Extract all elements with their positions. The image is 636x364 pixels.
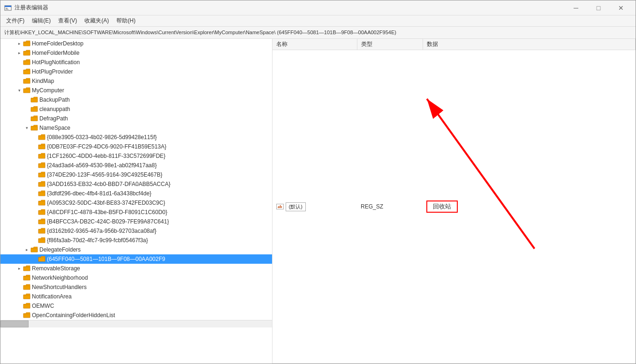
svg-rect-23 (38, 220, 45, 224)
tree-item[interactable]: HotPlugNotification (0, 58, 272, 67)
tree-label: HotPlugNotification (32, 59, 80, 66)
tree-label: {3dfdf296-dbec-4fb4-81d1-6a3438bcf4de} (47, 190, 151, 197)
maximize-button[interactable]: □ (588, 1, 609, 15)
tree-label: DefragPath (39, 115, 68, 122)
tree-item[interactable]: ▸ HomeFolderMobile (0, 48, 272, 58)
app-icon (4, 4, 12, 12)
tree-label: NameSpace (39, 125, 70, 131)
col-type[interactable]: 类型 (357, 39, 423, 50)
tree-panel[interactable]: ▸ HomeFolderDesktop▸ HomeFolderMobile Ho… (0, 39, 273, 364)
tree-item[interactable]: NewShortcutHandlers (0, 282, 272, 292)
tree-label: {3ADD1653-EB32-4cb0-BBD7-DFA0ABB5ACCA} (47, 181, 170, 187)
tree-hscrollbar[interactable] (0, 320, 272, 327)
tree-item[interactable]: {374DE290-123F-4565-9164-39C4925E467B} (0, 170, 272, 179)
tree-item[interactable]: ▸ DelegateFolders (0, 245, 272, 254)
minimize-button[interactable]: ─ (565, 1, 587, 15)
tree-item[interactable]: {d3162b92-9365-467a-956b-92703aca08af} (0, 226, 272, 236)
tree-label: {1CF1260C-4DD0-4ebb-811F-33C572699FDE} (47, 153, 166, 159)
svg-rect-2 (6, 8, 8, 8)
svg-rect-21 (38, 201, 45, 205)
menu-favorites[interactable]: 收藏夹(A) (81, 16, 113, 26)
tree-label: OEMWC (32, 303, 54, 309)
tree-item[interactable]: cleanuppath (0, 104, 272, 114)
menu-help[interactable]: 帮助(H) (113, 16, 139, 26)
col-name[interactable]: 名称 (273, 39, 357, 50)
tree-item[interactable]: {A0953C92-50DC-43bf-BE83-3742FED03C9C} (0, 198, 272, 208)
title-bar: 注册表编辑器 ─ □ ✕ (0, 0, 636, 15)
tree-label: RemovableStorage (32, 265, 80, 272)
tree-item[interactable]: HotPlugProvider (0, 67, 272, 76)
tree-item[interactable]: {1CF1260C-4DD0-4ebb-811F-33C572699FDE} (0, 151, 272, 161)
tree-item[interactable]: ▸ HomeFolderDesktop (0, 39, 272, 48)
menu-view[interactable]: 查看(V) (54, 16, 81, 26)
tree-item[interactable]: ▾ NameSpace (0, 123, 272, 133)
right-panel: 名称 类型 数据 ab (默认) REG_SZ (273, 39, 636, 364)
tree-label: {088e3905-0323-4b02-9826-5d99428e115f} (47, 134, 157, 141)
svg-rect-33 (23, 314, 30, 318)
tree-expander[interactable]: ▸ (23, 247, 30, 252)
registry-table: 名称 类型 数据 ab (默认) REG_SZ (273, 39, 636, 364)
tree-expander[interactable]: ▸ (15, 266, 23, 271)
tree-item[interactable]: OpenContainingFolderHiddenList (0, 311, 272, 320)
address-bar: 计算机\HKEY_LOCAL_MACHINE\SOFTWARE\Microsof… (0, 27, 636, 39)
tree-item[interactable]: BackupPath (0, 95, 272, 104)
svg-rect-27 (38, 258, 45, 261)
menu-file[interactable]: 文件(F) (2, 16, 28, 26)
tree-label: NotificationArea (32, 293, 72, 300)
tree-item[interactable]: DefragPath (0, 114, 272, 123)
tree-label: {374DE290-123F-4565-9164-39C4925E467B} (47, 171, 162, 178)
tree-item[interactable]: {24ad3ad4-a569-4530-98e1-ab02f9417aa8} (0, 161, 272, 170)
tree-label: HomeFolderDesktop (32, 40, 83, 47)
svg-rect-18 (38, 173, 45, 177)
tree-item[interactable]: NetworkNeighborhood (0, 273, 272, 282)
tree-item[interactable]: NotificationArea (0, 292, 272, 301)
svg-rect-11 (31, 108, 38, 111)
tree-label: HotPlugProvider (32, 68, 73, 75)
svg-rect-26 (31, 248, 38, 252)
tree-expander[interactable]: ▸ (15, 41, 23, 46)
col-data[interactable]: 数据 (423, 39, 636, 50)
tree-item[interactable]: {3dfdf296-dbec-4fb4-81d1-6a3438bcf4de} (0, 189, 272, 198)
svg-rect-25 (38, 239, 45, 243)
tree-item[interactable]: {0DB7E03F-FC29-4DC6-9020-FF41B59E513A} (0, 142, 272, 151)
tree-item[interactable]: (645FF040—5081—101B—9F08—00AA002F9 (0, 254, 272, 264)
svg-rect-17 (38, 164, 45, 168)
close-button[interactable]: ✕ (610, 1, 632, 15)
svg-rect-8 (23, 80, 30, 83)
svg-rect-1 (5, 6, 11, 7)
tree-item[interactable]: ▾ MyComputer (0, 86, 272, 95)
tree-hscrollbar-thumb[interactable] (0, 320, 29, 327)
row-data-cell: 回收站 (423, 50, 636, 364)
window-title: 注册表编辑器 (15, 4, 48, 12)
tree-item[interactable]: {f86fa3ab-70d2-4fc7-9c99-fcbf05467f3a} (0, 236, 272, 245)
address-path: 计算机\HKEY_LOCAL_MACHINE\SOFTWARE\Microsof… (4, 29, 396, 36)
tree-label: NewShortcutHandlers (32, 284, 87, 290)
svg-rect-7 (23, 70, 30, 74)
tree-expander[interactable]: ▸ (15, 51, 23, 55)
tree-label: DelegateFolders (39, 246, 81, 253)
tree-item[interactable]: OEMWC (0, 301, 272, 311)
tree-item[interactable]: {A8CDFF1C-4878-43be-B5FD-F8091C1C60D0} (0, 208, 272, 217)
svg-rect-4 (23, 42, 30, 46)
svg-rect-15 (38, 145, 45, 149)
tree-expander[interactable]: ▾ (15, 88, 23, 93)
svg-rect-9 (23, 89, 30, 93)
menu-edit[interactable]: 编辑(E) (28, 16, 54, 26)
tree-label: {A8CDFF1C-4878-43be-B5FD-F8091C1C60D0} (47, 209, 167, 215)
svg-rect-13 (31, 126, 38, 130)
svg-rect-12 (31, 117, 38, 121)
ab-icon: ab (276, 204, 284, 209)
tree-item[interactable]: {088e3905-0323-4b02-9826-5d99428e115f} (0, 133, 272, 142)
tree-label: {A0953C92-50DC-43bf-BE83-3742FED03C9C} (47, 200, 165, 206)
tree-expander[interactable]: ▾ (23, 126, 30, 130)
tree-item[interactable]: KindMap (0, 76, 272, 86)
tree-item[interactable]: {B4BFCC3A-DB2C-424C-B029-7FE99A87C641} (0, 217, 272, 226)
svg-rect-10 (31, 98, 38, 102)
tree-label: NetworkNeighborhood (32, 275, 88, 281)
svg-rect-24 (38, 230, 45, 233)
main-content: ▸ HomeFolderDesktop▸ HomeFolderMobile Ho… (0, 39, 636, 364)
svg-rect-20 (38, 192, 45, 196)
tree-item[interactable]: {3ADD1653-EB32-4cb0-BBD7-DFA0ABB5ACCA} (0, 179, 272, 189)
svg-rect-19 (38, 183, 45, 186)
tree-item[interactable]: ▸ RemovableStorage (0, 264, 272, 273)
